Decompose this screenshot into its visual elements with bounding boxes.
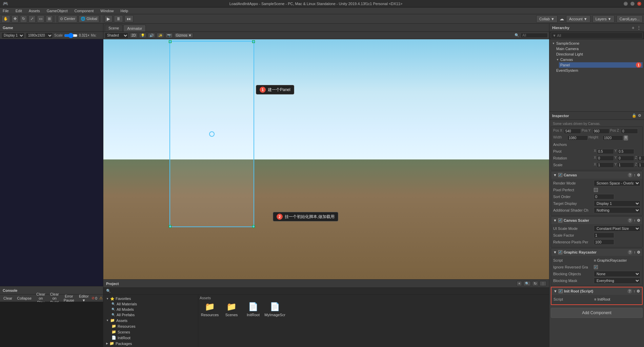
scene-search[interactable] — [521, 33, 548, 38]
panel-item[interactable]: Panel 1 — [559, 62, 643, 68]
pivot-x-input[interactable] — [597, 149, 614, 154]
asset-init-root[interactable]: 📄 InitRoot — [243, 301, 263, 318]
account-button[interactable]: Account ▼ — [566, 15, 590, 23]
play-button[interactable]: ▶ — [104, 15, 113, 22]
height-input[interactable] — [603, 135, 623, 140]
light-btn[interactable]: 💡 — [139, 33, 146, 38]
game-tab[interactable]: Game — [3, 26, 13, 30]
rot-y-input[interactable] — [617, 156, 634, 161]
add-component-button[interactable]: Add Component — [551, 308, 643, 318]
favorites-header[interactable]: ▼ Favorites — [105, 296, 197, 301]
hand-tool[interactable]: ✋ — [1, 15, 10, 23]
sz-input[interactable] — [638, 162, 644, 168]
ui-scale-select[interactable]: Constant Pixel Size — [594, 225, 640, 232]
cs-gear[interactable]: ⚙ — [637, 218, 640, 223]
handle-bl[interactable] — [169, 225, 172, 228]
ir-up[interactable]: ↑ — [633, 289, 636, 293]
rot-x-input[interactable] — [597, 156, 614, 161]
editor-dropdown[interactable]: Editor ▼ — [77, 294, 91, 303]
all-materials-item[interactable]: 🔍 All Materials — [105, 301, 197, 307]
menu-window[interactable]: Window — [99, 9, 115, 13]
project-search-btn[interactable]: 🔍 — [523, 281, 531, 286]
ir-script-value[interactable]: ≡ InitRoot — [594, 297, 640, 301]
cs-up[interactable]: ↑ — [634, 218, 636, 222]
fx-btn[interactable]: ✨ — [157, 33, 164, 38]
main-camera-item[interactable]: Main Camera — [555, 46, 643, 51]
resources-tree-item[interactable]: Resources — [105, 323, 197, 329]
global-button[interactable]: 🌐 Global — [79, 15, 99, 23]
scene-cam-btn[interactable]: 📷 — [165, 33, 173, 38]
project-refresh-btn[interactable]: ↻ — [532, 281, 538, 286]
render-mode-select[interactable]: Screen Space - Overlay — [594, 180, 640, 186]
collab-button[interactable]: Collab ▼ — [536, 15, 558, 23]
2d-button[interactable]: 2D — [130, 33, 138, 38]
scene-tab[interactable]: Scene — [105, 25, 123, 31]
asset-resources[interactable]: 📁 Resources — [200, 301, 220, 318]
audio-btn[interactable]: 🔊 — [148, 33, 155, 38]
ir-question[interactable] — [627, 289, 632, 294]
project-menu-btn[interactable]: ⋮ — [540, 281, 546, 286]
canvas-scaler-header[interactable]: ▼ Canvas Scaler ↑ ⚙ — [551, 217, 642, 224]
menu-edit[interactable]: Edit — [14, 9, 23, 13]
all-prefabs-item[interactable]: 🔍 All Prefabs — [105, 312, 197, 318]
layout-button[interactable]: CarolLayo... — [617, 15, 643, 23]
scale-factor-input[interactable] — [594, 233, 614, 238]
sort-order-input[interactable] — [594, 194, 614, 199]
scale-slider[interactable] — [64, 34, 78, 38]
canvas-settings-up[interactable]: ↑ — [634, 173, 636, 177]
pixel-perfect-checkbox[interactable] — [594, 188, 598, 192]
animator-tab[interactable]: Animator — [123, 25, 146, 31]
move-tool[interactable]: ✥ — [12, 15, 19, 23]
transform-tool[interactable]: ⊞ — [46, 15, 53, 23]
cs-question[interactable] — [628, 218, 632, 223]
close-button[interactable]: ✕ — [637, 2, 641, 6]
collapse-button[interactable]: Collapse — [15, 296, 34, 301]
init-root-tree-item[interactable]: InitRoot — [105, 335, 197, 341]
pause-button[interactable]: ⏸ — [114, 15, 123, 22]
rotate-tool[interactable]: ↻ — [20, 15, 27, 23]
display-select[interactable]: Display 1 — [1, 32, 24, 39]
menu-gameobject[interactable]: GameObject — [45, 9, 69, 13]
canvas-question-icon[interactable] — [628, 173, 632, 177]
gr-section-header[interactable]: ▼ Graphic Raycaster ↑ ⚙ — [551, 248, 642, 256]
gr-script-value[interactable]: ≡ GraphicRaycaster — [594, 258, 640, 262]
asset-scenes[interactable]: 📁 Scenes — [221, 301, 242, 318]
menu-assets[interactable]: Assets — [27, 9, 41, 13]
width-input[interactable] — [567, 135, 588, 140]
sx-input[interactable] — [597, 162, 614, 168]
canvas-outline[interactable] — [169, 41, 254, 227]
pivot-y-input[interactable] — [617, 149, 634, 154]
menu-help[interactable]: Help — [119, 9, 129, 13]
resolution-select[interactable]: 1080x1920 — [26, 32, 53, 39]
handle-br[interactable] — [252, 225, 255, 228]
layers-button[interactable]: Layers ▼ — [592, 15, 615, 23]
ref-pixels-input[interactable] — [594, 239, 614, 245]
lock-icon[interactable] — [632, 113, 637, 118]
center-button[interactable]: ⊙ Center — [58, 15, 77, 23]
canvas-settings-gear[interactable]: ⚙ — [637, 173, 640, 177]
target-display-select[interactable]: Display 1 — [594, 200, 640, 207]
menu-component[interactable]: Component — [73, 9, 95, 13]
event-system-item[interactable]: EventSystem — [555, 68, 643, 73]
settings-icon[interactable] — [638, 113, 641, 118]
scenes-tree-item[interactable]: Scenes — [105, 329, 197, 335]
posx-input[interactable] — [564, 129, 581, 134]
menu-file[interactable]: File — [1, 9, 10, 13]
asset-my-image[interactable]: 📄 MyImageScr — [265, 301, 285, 318]
hierarchy-add-btn[interactable]: + — [632, 25, 635, 30]
minimize-button[interactable]: ─ — [624, 2, 628, 6]
sample-scene-item[interactable]: ▼ SampleScene — [551, 41, 643, 46]
ir-gear[interactable]: ⚙ — [637, 289, 640, 294]
directional-light-item[interactable]: Directional Light — [555, 51, 643, 57]
scale-tool[interactable]: ⤢ — [28, 15, 36, 23]
maximize-button[interactable]: □ — [630, 2, 635, 6]
blocking-mask-select[interactable]: Everything — [594, 278, 640, 284]
shading-select[interactable]: Shaded — [105, 32, 128, 39]
project-search-input[interactable] — [112, 289, 546, 293]
canvas-item[interactable]: ▼ Canvas — [555, 57, 643, 62]
gr-gear[interactable]: ⚙ — [637, 250, 640, 255]
hierarchy-search-input[interactable] — [551, 32, 643, 39]
posz-input[interactable] — [621, 129, 638, 134]
clear-button[interactable]: Clear — [1, 296, 14, 301]
ignore-reversed-checkbox[interactable] — [594, 265, 598, 269]
